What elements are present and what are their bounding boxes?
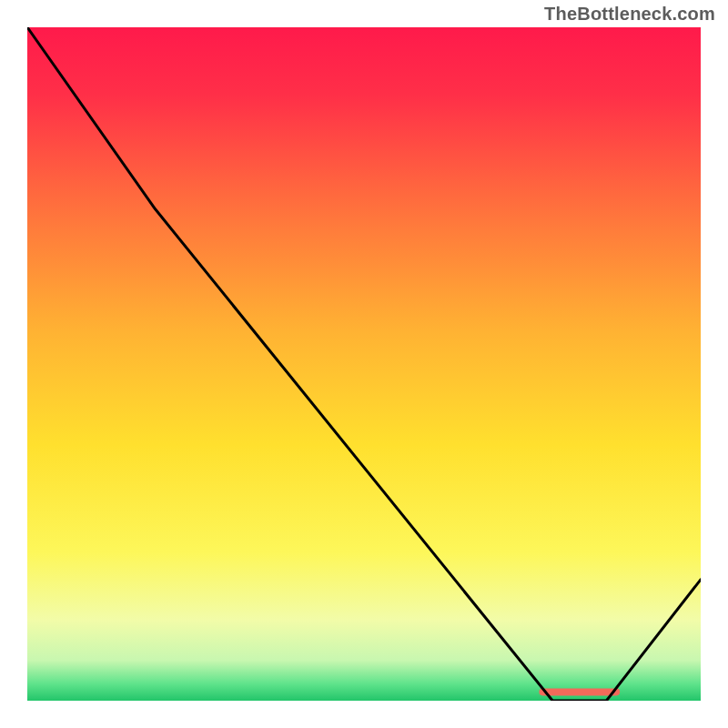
attribution-text: TheBottleneck.com <box>544 4 715 25</box>
chart-background-gradient <box>27 27 701 701</box>
chart-svg <box>27 27 701 701</box>
optimal-range-marker <box>539 688 620 695</box>
bottleneck-chart <box>27 27 701 701</box>
